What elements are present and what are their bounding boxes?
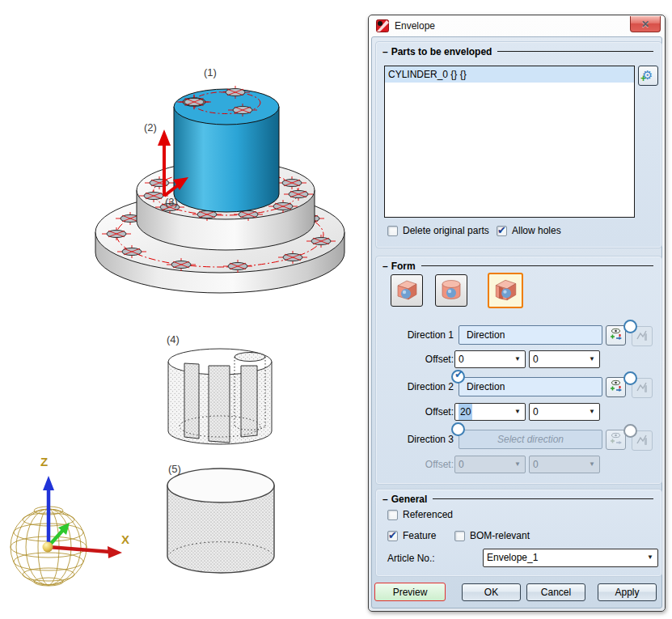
parts-listbox[interactable]: CYLINDER_0 {} {} [384,66,635,218]
checkbox-box[interactable]: ✔ [387,531,398,541]
form-option-cylinder[interactable] [435,274,467,307]
cancel-button[interactable]: Cancel [526,583,585,601]
sketch-tool-icon [636,329,649,342]
direction-2-radio[interactable] [623,371,637,385]
form-option-enveloping-body[interactable] [488,273,523,308]
close-icon: ✕ [641,19,649,30]
cylinder-envelope-icon [439,278,463,302]
close-button[interactable]: ✕ [630,16,661,32]
check-icon: ✔ [454,368,463,380]
delete-original-checkbox[interactable]: Delete original parts [387,225,489,236]
direction-3-label: Direction 3 [376,434,454,445]
axis-arrows [43,476,123,558]
list-item[interactable]: CYLINDER_0 {} {} [385,66,634,83]
dialog-title: Envelope [395,20,435,32]
cuboid-envelope-icon [395,278,419,302]
callout-2: (2) [144,121,157,134]
checkbox-box[interactable]: ✔ [497,226,507,236]
direction-1-field[interactable]: Direction [459,325,602,345]
general-group-label: General [391,494,428,505]
article-no-dropdown[interactable]: Envelope_1 ▼ [483,549,658,567]
offset-2-row: Offset: 20 ▼ 0 ▼ [376,403,663,424]
checkmark-icon: ✔ [497,224,506,236]
general-group-header: – General [382,493,653,505]
ok-button[interactable]: OK [462,583,521,601]
form-group-label: Form [391,261,416,272]
dropdown-arrow-icon[interactable]: ▼ [589,404,595,420]
group-rule [421,265,653,266]
offset-2a-dropdown[interactable]: 20 ▼ [454,403,526,421]
direction-2-check-badge[interactable]: ✔ [451,370,465,384]
sketch-tool-icon [636,433,649,447]
direction-1-row: Direction 1 Direction [376,325,663,346]
feature-label: Feature [403,530,436,541]
offset-2b-dropdown[interactable]: 0 ▼ [529,403,600,421]
offset-3-label: Offset: [376,459,454,470]
drawing-envelope-result [167,468,274,573]
collapse-dash-icon: – [382,46,388,57]
group-rule [433,498,653,499]
direction-1-options-button[interactable] [606,325,626,346]
callout-5: (5) [168,463,181,475]
referenced-checkbox[interactable]: Referenced [387,509,453,520]
dropdown-arrow-icon[interactable]: ▼ [647,549,653,566]
article-no-label: Article No.: [387,553,435,564]
offset-1-label: Offset: [376,354,454,365]
direction-1-radio[interactable] [623,320,637,333]
parts-group-header: – Parts to be enveloped [382,45,653,57]
part-selection-button[interactable]: ⚙ + [638,66,658,86]
feature-checkbox[interactable]: ✔ Feature [387,530,436,541]
z-axis-label: Z [40,455,48,468]
checkmark-icon: ✔ [388,529,397,541]
allow-holes-checkbox[interactable]: ✔ Allow holes [497,225,561,236]
offset-3-row: Offset: 0 ▼ 0 ▼ [376,456,663,477]
app-icon [376,19,389,32]
coordinate-sphere[interactable] [11,476,122,586]
direction-1-label: Direction 1 [376,329,454,341]
dropdown-arrow-icon[interactable]: ▼ [514,404,521,420]
callout-3: (3) [165,196,178,208]
form-option-cuboid[interactable] [391,274,423,307]
direction-1-value: Direction [467,329,505,341]
parts-group-label: Parts to be enveloped [391,46,492,57]
dropdown-arrow-icon[interactable]: ▼ [514,351,521,367]
application-window: (1) (2) (3) (4) (5) Z X Envelope ✕ – Par… [0,0,672,619]
checkbox-box[interactable] [454,531,465,541]
allow-holes-label: Allow holes [512,225,561,236]
referenced-label: Referenced [403,509,453,520]
apply-button[interactable]: Apply [598,583,657,601]
form-group-header: – Form [382,260,653,272]
cad-viewport[interactable] [0,0,368,619]
offset-2-label: Offset: [376,406,454,418]
callout-1: (1) [204,66,217,78]
dropdown-arrow-icon: ▼ [514,456,521,473]
bom-relevant-checkbox[interactable]: BOM-relevant [454,530,530,541]
offset-2a-value: 20 [459,404,472,420]
offset-1a-value: 0 [459,351,464,367]
offset-3a-dropdown: 0 ▼ [454,456,526,473]
direction-2-field[interactable]: Direction [459,377,602,396]
direction-options-icon [609,379,623,393]
envelope-dialog: Envelope ✕ – Parts to be enveloped CYLIN… [368,15,666,612]
dropdown-arrow-icon[interactable]: ▼ [589,351,595,367]
article-no-value: Envelope_1 [487,549,538,566]
dialog-titlebar[interactable]: Envelope ✕ [369,15,665,36]
x-axis-label: X [121,532,129,546]
direction-2-options-button[interactable] [606,377,626,397]
direction-3-check-badge[interactable] [451,422,465,436]
offset-1b-dropdown[interactable]: 0 ▼ [529,350,600,368]
direction-3-placeholder: Select direction [497,434,564,445]
direction-3-radio [623,424,637,438]
direction-3-row: Direction 3 Select direction [376,430,663,451]
checkbox-box[interactable] [387,510,398,520]
checkbox-box[interactable] [387,226,398,236]
form-group: – Form [375,256,662,485]
enveloping-body-icon [492,277,518,303]
flange-model[interactable] [95,86,344,293]
preview-button[interactable]: Preview [374,583,446,601]
general-group: – General Referenced ✔ Feature BOM-relev… [375,489,662,577]
drawing-enveloping-body [168,349,272,444]
direction-options-icon [609,432,623,446]
delete-original-label: Delete original parts [403,225,489,236]
offset-1a-dropdown[interactable]: 0 ▼ [454,350,526,368]
